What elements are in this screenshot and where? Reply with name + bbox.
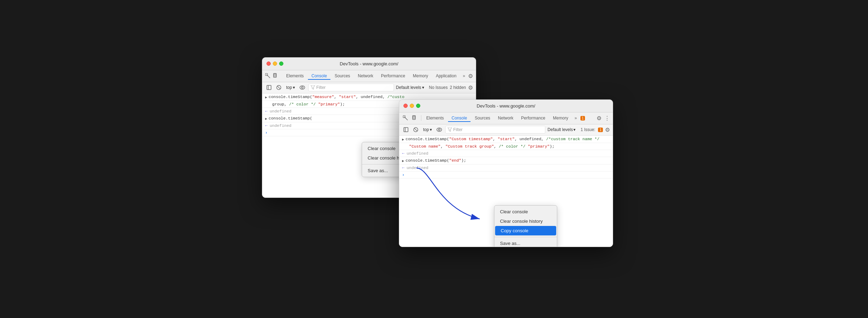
console-caret-front: › bbox=[399, 171, 613, 179]
more-icon-back[interactable]: ⋮ bbox=[476, 73, 476, 79]
context-item-clear-history-front[interactable]: Clear console history bbox=[494, 216, 557, 226]
caret-icon-front: › bbox=[402, 173, 405, 177]
sidebar-btn-back[interactable] bbox=[265, 84, 273, 91]
svg-point-21 bbox=[438, 129, 440, 131]
tab-separator-front bbox=[421, 115, 421, 121]
tab-network-front[interactable]: Network bbox=[494, 114, 517, 122]
issues-area-back: No Issues 2 hidden ⚙ bbox=[429, 84, 473, 91]
tab-performance-front[interactable]: Performance bbox=[518, 114, 549, 122]
tab-sources-back[interactable]: Sources bbox=[331, 72, 354, 80]
filter-label-front: Filter bbox=[453, 127, 463, 132]
expand-icon-1-back[interactable]: ▶ bbox=[265, 95, 267, 99]
svg-point-9 bbox=[301, 87, 303, 89]
result-text-r2-front: undefined bbox=[407, 166, 428, 170]
expand-icon-1-front[interactable]: ▶ bbox=[402, 137, 404, 142]
clear-btn-back[interactable] bbox=[275, 84, 283, 91]
more-icon-front[interactable]: ⋮ bbox=[604, 115, 610, 122]
tab-console-back[interactable]: Console bbox=[308, 72, 330, 80]
eye-btn-back[interactable] bbox=[298, 84, 306, 91]
zoom-button-back[interactable] bbox=[279, 61, 283, 66]
tab-network-back[interactable]: Network bbox=[354, 72, 377, 80]
window-title-front: DevTools - www.google.com/ bbox=[477, 103, 535, 109]
top-label-front: top bbox=[423, 127, 429, 132]
default-levels-front[interactable]: Default levels ▾ bbox=[547, 127, 576, 132]
close-button-front[interactable] bbox=[403, 104, 408, 108]
zoom-button-front[interactable] bbox=[416, 104, 420, 108]
expand-icon-2-back[interactable]: ▶ bbox=[265, 116, 267, 121]
tab-memory-back[interactable]: Memory bbox=[409, 72, 432, 80]
default-levels-label-back: Default levels bbox=[396, 85, 421, 90]
tab-overflow-front[interactable]: » bbox=[572, 114, 579, 122]
close-button-back[interactable] bbox=[267, 61, 271, 66]
device-icon-front[interactable] bbox=[411, 115, 418, 122]
context-item-save-front[interactable]: Save as... bbox=[494, 239, 557, 247]
console-text-1-cont-front: "Custom name", "Custom track group", /* … bbox=[409, 144, 610, 149]
filter-icon-back bbox=[311, 85, 315, 90]
tab-badge-front: 1 bbox=[580, 116, 585, 121]
top-chevron-back: ▾ bbox=[293, 85, 295, 90]
eye-btn-front[interactable] bbox=[435, 126, 443, 134]
title-bar-front: DevTools - www.google.com/ bbox=[399, 100, 613, 112]
top-selector-front[interactable]: top ▾ bbox=[422, 126, 433, 133]
tab-sources-front[interactable]: Sources bbox=[471, 114, 494, 122]
filter-area-back[interactable]: Filter bbox=[308, 84, 394, 91]
result-text-1-back: undefined bbox=[270, 109, 291, 113]
svg-rect-4 bbox=[267, 85, 271, 90]
inspect-icon-back[interactable] bbox=[265, 72, 271, 79]
context-item-clear-console-front[interactable]: Clear console bbox=[494, 207, 557, 216]
console-toolbar-back: top ▾ Filter Default levels bbox=[262, 82, 476, 93]
arrow-left-2-back: ← bbox=[265, 123, 268, 128]
svg-point-8 bbox=[300, 86, 305, 89]
sidebar-btn-front[interactable] bbox=[402, 126, 410, 134]
tab-gear-area-front: ⚙ ⋮ bbox=[597, 115, 610, 122]
minimize-button-back[interactable] bbox=[273, 61, 277, 66]
top-selector-back[interactable]: top ▾ bbox=[285, 84, 296, 91]
traffic-lights-front bbox=[403, 104, 420, 108]
svg-line-19 bbox=[414, 128, 417, 131]
tab-performance-back[interactable]: Performance bbox=[377, 72, 409, 80]
svg-marker-10 bbox=[311, 85, 315, 89]
inspect-icon-front[interactable] bbox=[402, 115, 409, 122]
svg-rect-16 bbox=[404, 128, 408, 132]
tab-overflow-back[interactable]: » bbox=[461, 72, 467, 80]
context-item-copy-console-front[interactable]: Copy console bbox=[495, 226, 556, 235]
console-line-1-front-cont: "Custom name", "Custom track group", /* … bbox=[399, 143, 613, 150]
tab-console-front[interactable]: Console bbox=[448, 114, 471, 122]
filter-label-back: Filter bbox=[316, 85, 326, 90]
tab-application-back[interactable]: Application bbox=[432, 72, 460, 80]
issues-area-front: 1 Issue: 1 ⚙ bbox=[580, 126, 610, 133]
console-text-2-front: console.timeStamp("end"); bbox=[406, 158, 610, 163]
tabs-bar-front: Elements Console Sources Network Perform… bbox=[399, 112, 613, 124]
minimize-button-front[interactable] bbox=[410, 104, 414, 108]
clear-btn-front[interactable] bbox=[412, 126, 420, 134]
console-line-1-front: ▶ console.timeStamp("Custom timestamp", … bbox=[399, 136, 613, 143]
settings-icon-back[interactable]: ⚙ bbox=[468, 73, 473, 79]
tab-memory-front[interactable]: Memory bbox=[550, 114, 572, 122]
filter-icon-front bbox=[448, 128, 452, 132]
issues-settings-icon-back[interactable]: ⚙ bbox=[468, 84, 473, 91]
tab-elements-back[interactable]: Elements bbox=[283, 72, 307, 80]
default-levels-back[interactable]: Default levels ▾ bbox=[396, 85, 424, 90]
svg-line-1 bbox=[267, 74, 270, 78]
default-levels-label-front: Default levels bbox=[547, 127, 573, 132]
console-toolbar-front: top ▾ Filter Default levels bbox=[399, 124, 613, 136]
traffic-lights-back bbox=[267, 61, 283, 66]
svg-line-7 bbox=[277, 86, 280, 89]
svg-point-20 bbox=[437, 128, 442, 131]
tabs-bar-back: Elements Console Sources Network Perform… bbox=[262, 70, 476, 82]
no-issues-label-back: No Issues bbox=[429, 85, 448, 90]
top-chevron-front: ▾ bbox=[430, 127, 432, 132]
settings-icon-front[interactable]: ⚙ bbox=[597, 115, 601, 122]
top-label-back: top bbox=[286, 85, 292, 90]
default-levels-chevron-front: ▾ bbox=[573, 127, 576, 132]
window-title-back: DevTools - www.google.com/ bbox=[340, 61, 399, 66]
console-result-2-front: ← undefined bbox=[399, 164, 613, 171]
console-text-1-back: console.timeStamp("measure", "start", un… bbox=[269, 95, 473, 99]
issues-settings-icon-front[interactable]: ⚙ bbox=[605, 126, 610, 133]
device-icon-back[interactable] bbox=[273, 72, 278, 79]
tab-elements-front[interactable]: Elements bbox=[423, 114, 447, 122]
filter-area-front[interactable]: Filter bbox=[445, 126, 546, 134]
caret-icon-back: › bbox=[265, 130, 268, 135]
context-menu-front: Clear console Clear console history Copy… bbox=[494, 205, 557, 247]
expand-icon-2-front[interactable]: ▶ bbox=[402, 158, 404, 163]
